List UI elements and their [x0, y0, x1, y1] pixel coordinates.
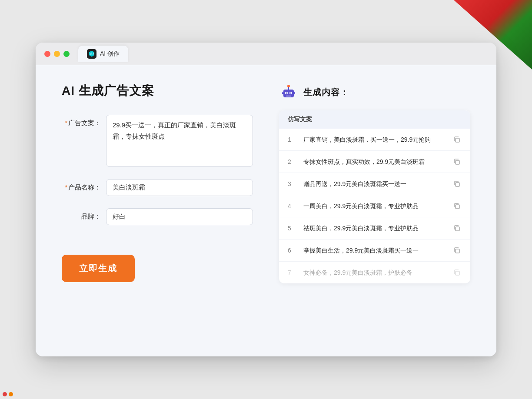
- brand-group: 品牌：: [62, 208, 253, 225]
- table-row: 5祛斑美白，29.9元美白淡斑霜，专业护肤品: [279, 217, 470, 239]
- brand-input[interactable]: [106, 208, 253, 225]
- product-name-required: *: [65, 183, 67, 191]
- row-text: 赠品再送，29.9元美白淡斑霜买一送一: [303, 180, 445, 189]
- result-table: 仿写文案 1厂家直销，美白淡斑霜，买一送一，29.9元抢购 2专抹女性斑点，真实…: [279, 110, 470, 283]
- copy-button[interactable]: [452, 268, 462, 277]
- copy-button[interactable]: [452, 223, 462, 233]
- ad-copy-group: *广告文案： 29.9买一送一，真正的厂家直销，美白淡斑霜，专抹女性斑点: [62, 115, 253, 167]
- svg-rect-16: [456, 271, 459, 275]
- dot-orange: [9, 392, 13, 396]
- table-row: 6掌握美白生活，29.9元美白淡斑霜买一送一: [279, 239, 470, 262]
- row-text: 厂家直销，美白淡斑霜，买一送一，29.9元抢购: [303, 135, 445, 144]
- brand-label: 品牌：: [62, 208, 101, 221]
- ai-tab-icon: AI: [87, 49, 96, 59]
- svg-rect-15: [456, 249, 459, 253]
- minimize-button[interactable]: [54, 51, 60, 57]
- row-number: 1: [288, 136, 296, 143]
- result-header: 生成内容：: [279, 83, 470, 102]
- robot-icon: [279, 83, 298, 102]
- table-row: 4一周美白，29.9元美白淡斑霜，专业护肤品: [279, 195, 470, 217]
- svg-rect-12: [456, 183, 459, 186]
- copy-button[interactable]: [452, 157, 462, 166]
- copy-button[interactable]: [452, 201, 462, 211]
- svg-point-3: [286, 93, 287, 94]
- svg-rect-13: [456, 205, 459, 209]
- row-number: 2: [288, 158, 296, 165]
- main-content: AI 生成广告文案 *广告文案： 29.9买一送一，真正的厂家直销，美白淡斑霜，…: [36, 65, 496, 356]
- generate-button[interactable]: 立即生成: [62, 255, 135, 282]
- ad-copy-input[interactable]: 29.9买一送一，真正的厂家直销，美白淡斑霜，专抹女性斑点: [106, 115, 253, 167]
- ad-copy-label: *广告文案：: [62, 115, 101, 127]
- result-title: 生成内容：: [303, 86, 349, 98]
- copy-button[interactable]: [452, 179, 462, 189]
- product-name-label: *产品名称：: [62, 179, 101, 192]
- row-text: 一周美白，29.9元美白淡斑霜，专业护肤品: [303, 202, 445, 211]
- row-number: 7: [288, 269, 296, 276]
- results-container: 1厂家直销，美白淡斑霜，买一送一，29.9元抢购 2专抹女性斑点，真实功效，29…: [279, 129, 470, 283]
- dot-red: [3, 392, 7, 396]
- table-row: 1厂家直销，美白淡斑霜，买一送一，29.9元抢购: [279, 129, 470, 151]
- svg-point-7: [287, 85, 290, 87]
- table-row: 2专抹女性斑点，真实功效，29.9元美白淡斑霜: [279, 151, 470, 173]
- svg-rect-5: [286, 96, 291, 96]
- row-number: 3: [288, 180, 296, 187]
- svg-rect-8: [282, 92, 283, 94]
- svg-point-4: [290, 93, 292, 94]
- row-text: 专抹女性斑点，真实功效，29.9元美白淡斑霜: [303, 157, 445, 166]
- svg-rect-11: [456, 160, 459, 164]
- title-bar: AI AI 创作: [36, 43, 496, 65]
- browser-window: AI AI 创作 AI 生成广告文案 *广告文案： 29.9买一送一，真正的厂家…: [36, 43, 496, 356]
- product-name-input[interactable]: [106, 179, 253, 196]
- tab-label: AI 创作: [100, 50, 120, 58]
- ad-copy-required: *: [65, 119, 67, 126]
- traffic-lights: [44, 51, 70, 57]
- row-text: 掌握美白生活，29.9元美白淡斑霜买一送一: [303, 246, 445, 255]
- product-name-group: *产品名称：: [62, 179, 253, 196]
- row-text: 祛斑美白，29.9元美白淡斑霜，专业护肤品: [303, 224, 445, 233]
- row-number: 5: [288, 225, 296, 232]
- right-panel: 生成内容： 仿写文案 1厂家直销，美白淡斑霜，买一送一，29.9元抢购 2专抹女…: [279, 83, 470, 339]
- tab-ai-create[interactable]: AI AI 创作: [78, 46, 128, 62]
- maximize-button[interactable]: [63, 51, 70, 57]
- svg-rect-14: [456, 227, 459, 231]
- copy-button[interactable]: [452, 135, 462, 144]
- ai-icon-text: AI: [90, 52, 94, 56]
- row-number: 4: [288, 203, 296, 209]
- svg-rect-9: [294, 92, 295, 94]
- row-text: 女神必备，29.9元美白淡斑霜，护肤必备: [303, 268, 445, 277]
- left-panel: AI 生成广告文案 *广告文案： 29.9买一送一，真正的厂家直销，美白淡斑霜，…: [62, 83, 253, 339]
- row-number: 6: [288, 247, 296, 254]
- svg-rect-10: [456, 138, 459, 142]
- page-title: AI 生成广告文案: [62, 83, 253, 99]
- table-row: 7女神必备，29.9元美白淡斑霜，护肤必备: [279, 262, 470, 283]
- table-row: 3赠品再送，29.9元美白淡斑霜买一送一: [279, 173, 470, 195]
- table-header: 仿写文案: [279, 110, 470, 129]
- corner-decoration-bottom-left: [0, 373, 35, 399]
- copy-button[interactable]: [452, 246, 462, 255]
- close-button[interactable]: [44, 51, 50, 57]
